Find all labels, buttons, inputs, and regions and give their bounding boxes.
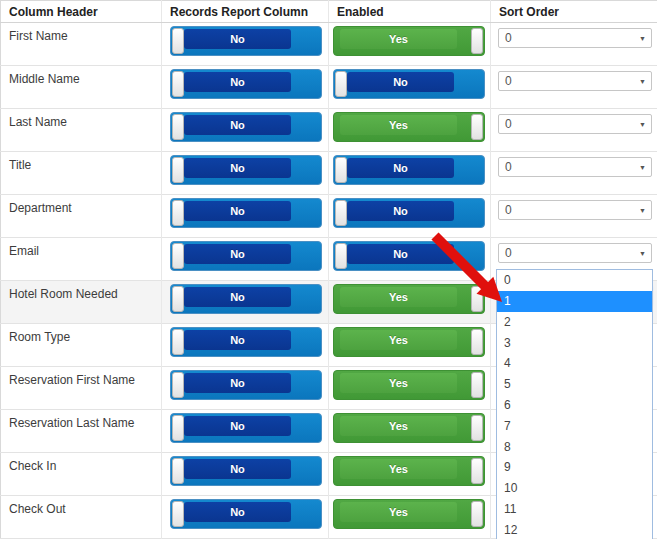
- dropdown-option[interactable]: 4: [497, 353, 652, 374]
- enabled-toggle[interactable]: No: [333, 241, 485, 271]
- dropdown-option[interactable]: 8: [497, 436, 652, 457]
- row-label-cell: First Name: [1, 23, 162, 66]
- toggle-handle-icon: [172, 458, 184, 484]
- toggle-state-label: No: [393, 76, 408, 88]
- records-report-toggle[interactable]: No: [170, 327, 322, 357]
- sort-order-select[interactable]: 0 ▼: [498, 71, 652, 91]
- toggle-handle-icon: [172, 28, 184, 54]
- sort-order-cell: 0 ▼: [491, 109, 657, 152]
- sort-order-select[interactable]: 0 ▼: [498, 114, 652, 134]
- dropdown-option[interactable]: 12: [497, 519, 652, 539]
- caret-down-icon: ▼: [639, 164, 646, 171]
- toggle-handle-icon: [471, 501, 483, 527]
- toggle-bar: No: [184, 29, 291, 49]
- toggle-state-label: No: [230, 119, 245, 131]
- toggle-handle-icon: [471, 372, 483, 398]
- caret-down-icon: ▼: [639, 78, 646, 85]
- sort-order-cell: 0 ▼: [491, 152, 657, 195]
- row-label: Title: [9, 158, 31, 172]
- sort-order-cell: 0 ▼: [491, 66, 657, 109]
- toggle-handle-icon: [471, 286, 483, 312]
- sort-order-value: 0: [505, 74, 512, 88]
- toggle-bar: No: [184, 373, 291, 393]
- sort-order-select[interactable]: 0 ▼: [498, 200, 652, 220]
- enabled-cell: Yes: [329, 453, 491, 496]
- records-report-toggle[interactable]: No: [170, 241, 322, 271]
- records-report-toggle[interactable]: No: [170, 413, 322, 443]
- dropdown-option[interactable]: 10: [497, 478, 652, 499]
- row-label-cell: Title: [1, 152, 162, 195]
- records-report-toggle[interactable]: No: [170, 198, 322, 228]
- dropdown-option[interactable]: 11: [497, 498, 652, 519]
- toggle-state-label: No: [230, 420, 245, 432]
- dropdown-option[interactable]: 9: [497, 457, 652, 478]
- enabled-cell: No: [329, 152, 491, 195]
- header-column-header: Column Header: [1, 1, 162, 23]
- dropdown-option[interactable]: 7: [497, 415, 652, 436]
- sort-order-select[interactable]: 0 ▼: [498, 28, 652, 48]
- records-report-toggle[interactable]: No: [170, 456, 322, 486]
- sort-order-select[interactable]: 0 ▼: [498, 157, 652, 177]
- records-report-cell: No: [162, 66, 329, 109]
- toggle-state-label: Yes: [389, 334, 408, 346]
- table-row: First Name No Yes 0 ▼: [1, 23, 657, 66]
- toggle-state-label: No: [230, 162, 245, 174]
- records-report-toggle[interactable]: No: [170, 284, 322, 314]
- enabled-cell: Yes: [329, 324, 491, 367]
- table-row: Department No No 0 ▼: [1, 195, 657, 238]
- row-label: Hotel Room Needed: [9, 287, 118, 301]
- dropdown-option[interactable]: 6: [497, 395, 652, 416]
- enabled-toggle[interactable]: Yes: [333, 327, 485, 357]
- toggle-handle-icon: [172, 415, 184, 441]
- enabled-toggle[interactable]: No: [333, 69, 485, 99]
- row-label-cell: Reservation Last Name: [1, 410, 162, 453]
- toggle-state-label: No: [230, 205, 245, 217]
- toggle-handle-icon: [172, 157, 184, 183]
- records-report-toggle[interactable]: No: [170, 499, 322, 529]
- toggle-bar: No: [184, 72, 291, 92]
- enabled-toggle[interactable]: Yes: [333, 413, 485, 443]
- enabled-toggle[interactable]: Yes: [333, 26, 485, 56]
- row-label-cell: Email: [1, 238, 162, 281]
- enabled-toggle[interactable]: Yes: [333, 370, 485, 400]
- enabled-toggle[interactable]: No: [333, 155, 485, 185]
- toggle-handle-icon: [471, 28, 483, 54]
- toggle-handle-icon: [471, 458, 483, 484]
- toggle-state-label: Yes: [389, 377, 408, 389]
- dropdown-option[interactable]: 3: [497, 332, 652, 353]
- sort-order-select[interactable]: 0 ▼: [498, 243, 652, 263]
- sort-order-value: 0: [505, 246, 512, 260]
- enabled-cell: Yes: [329, 109, 491, 152]
- row-label-cell: Check Out: [1, 496, 162, 539]
- records-report-toggle[interactable]: No: [170, 112, 322, 142]
- enabled-toggle[interactable]: Yes: [333, 284, 485, 314]
- dropdown-option[interactable]: 0: [497, 270, 652, 291]
- enabled-toggle[interactable]: Yes: [333, 499, 485, 529]
- table-header-row: Column Header Records Report Column Enab…: [1, 1, 657, 23]
- toggle-handle-icon: [172, 372, 184, 398]
- toggle-handle-icon: [335, 243, 347, 269]
- toggle-handle-icon: [172, 243, 184, 269]
- records-report-toggle[interactable]: No: [170, 69, 322, 99]
- caret-down-icon: ▼: [639, 207, 646, 214]
- records-report-toggle[interactable]: No: [170, 370, 322, 400]
- toggle-state-label: Yes: [389, 33, 408, 45]
- row-label-cell: Department: [1, 195, 162, 238]
- table-row: Middle Name No No 0 ▼: [1, 66, 657, 109]
- enabled-cell: Yes: [329, 367, 491, 410]
- toggle-bar: No: [347, 201, 454, 221]
- records-report-toggle[interactable]: No: [170, 155, 322, 185]
- enabled-toggle[interactable]: Yes: [333, 112, 485, 142]
- enabled-cell: Yes: [329, 410, 491, 453]
- records-report-cell: No: [162, 367, 329, 410]
- records-report-toggle[interactable]: No: [170, 26, 322, 56]
- enabled-toggle[interactable]: No: [333, 198, 485, 228]
- dropdown-option[interactable]: 1: [497, 291, 652, 312]
- enabled-toggle[interactable]: Yes: [333, 456, 485, 486]
- toggle-handle-icon: [471, 329, 483, 355]
- dropdown-option[interactable]: 5: [497, 374, 652, 395]
- toggle-handle-icon: [172, 200, 184, 226]
- toggle-bar: No: [184, 416, 291, 436]
- dropdown-option[interactable]: 2: [497, 312, 652, 333]
- toggle-bar: No: [184, 459, 291, 479]
